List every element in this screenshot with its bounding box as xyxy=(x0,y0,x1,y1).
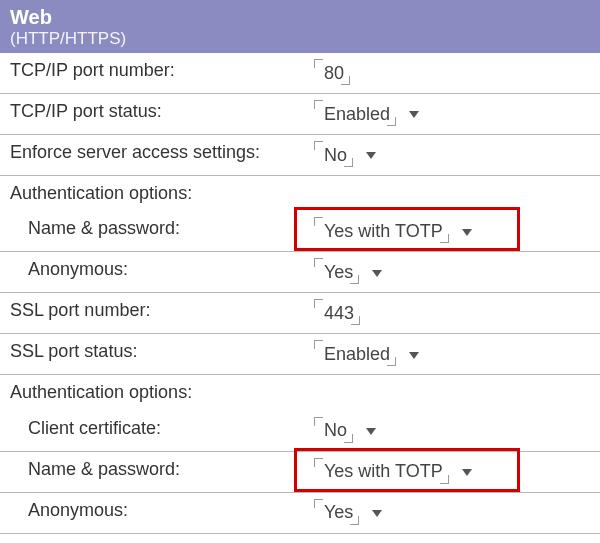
chevron-down-icon[interactable] xyxy=(372,510,382,517)
panel-header: Web (HTTP/HTTPS) xyxy=(0,0,600,53)
row-auth2-header: Authentication options: xyxy=(0,375,600,411)
value-auth1-anon: Yes xyxy=(324,262,353,283)
field-auth2-anon[interactable]: Yes xyxy=(314,499,359,527)
value-tcp-status: Enabled xyxy=(324,104,390,125)
row-tcp-status: TCP/IP port status: Enabled xyxy=(0,94,600,135)
label-ssl-port: SSL port number: xyxy=(0,293,304,334)
row-auth2-anon: Anonymous: Yes xyxy=(0,492,600,533)
field-ssl-port[interactable]: 443 xyxy=(314,299,360,327)
chevron-down-icon[interactable] xyxy=(366,428,376,435)
row-auth2-namepw: Name & password: Yes with TOTP xyxy=(0,451,600,492)
field-ssl-status[interactable]: Enabled xyxy=(314,340,396,368)
label-auth2-cert: Client certificate: xyxy=(0,411,304,452)
chevron-down-icon[interactable] xyxy=(409,111,419,118)
label-auth1-anon: Anonymous: xyxy=(0,252,304,293)
label-tcp-status: TCP/IP port status: xyxy=(0,94,304,135)
row-ssl-status: SSL port status: Enabled xyxy=(0,334,600,375)
value-auth2-cert: No xyxy=(324,420,347,441)
label-enforce: Enforce server access settings: xyxy=(0,135,304,176)
label-auth2-anon: Anonymous: xyxy=(0,492,304,533)
row-ssl-port: SSL port number: 443 xyxy=(0,293,600,334)
field-auth1-anon[interactable]: Yes xyxy=(314,258,359,286)
value-ssl-status: Enabled xyxy=(324,344,390,365)
panel-title: Web xyxy=(10,6,590,29)
field-auth1-namepw[interactable]: Yes with TOTP xyxy=(314,217,449,245)
row-tcp-port: TCP/IP port number: 80 xyxy=(0,53,600,94)
settings-table: TCP/IP port number: 80 TCP/IP port statu… xyxy=(0,53,600,534)
panel-subtitle: (HTTP/HTTPS) xyxy=(10,29,590,49)
value-tcp-port: 80 xyxy=(324,63,344,84)
row-auth1-header: Authentication options: xyxy=(0,176,600,212)
value-auth2-anon: Yes xyxy=(324,502,353,523)
row-enforce: Enforce server access settings: No xyxy=(0,135,600,176)
field-auth2-cert[interactable]: No xyxy=(314,417,353,445)
label-auth2-header: Authentication options: xyxy=(0,375,600,411)
row-auth1-anon: Anonymous: Yes xyxy=(0,252,600,293)
chevron-down-icon[interactable] xyxy=(372,270,382,277)
value-auth1-namepw: Yes with TOTP xyxy=(324,221,443,242)
label-auth1-header: Authentication options: xyxy=(0,176,600,212)
chevron-down-icon[interactable] xyxy=(462,229,472,236)
chevron-down-icon[interactable] xyxy=(462,469,472,476)
label-auth2-namepw: Name & password: xyxy=(0,451,304,492)
value-auth2-namepw: Yes with TOTP xyxy=(324,461,443,482)
field-enforce[interactable]: No xyxy=(314,141,353,169)
value-ssl-port: 443 xyxy=(324,303,354,324)
row-auth1-namepw: Name & password: Yes with TOTP xyxy=(0,211,600,252)
row-auth2-cert: Client certificate: No xyxy=(0,411,600,452)
label-tcp-port: TCP/IP port number: xyxy=(0,53,304,94)
field-tcp-status[interactable]: Enabled xyxy=(314,100,396,128)
value-enforce: No xyxy=(324,145,347,166)
field-auth2-namepw[interactable]: Yes with TOTP xyxy=(314,458,449,486)
label-auth1-namepw: Name & password: xyxy=(0,211,304,252)
label-ssl-status: SSL port status: xyxy=(0,334,304,375)
field-tcp-port[interactable]: 80 xyxy=(314,59,350,87)
chevron-down-icon[interactable] xyxy=(409,352,419,359)
chevron-down-icon[interactable] xyxy=(366,152,376,159)
